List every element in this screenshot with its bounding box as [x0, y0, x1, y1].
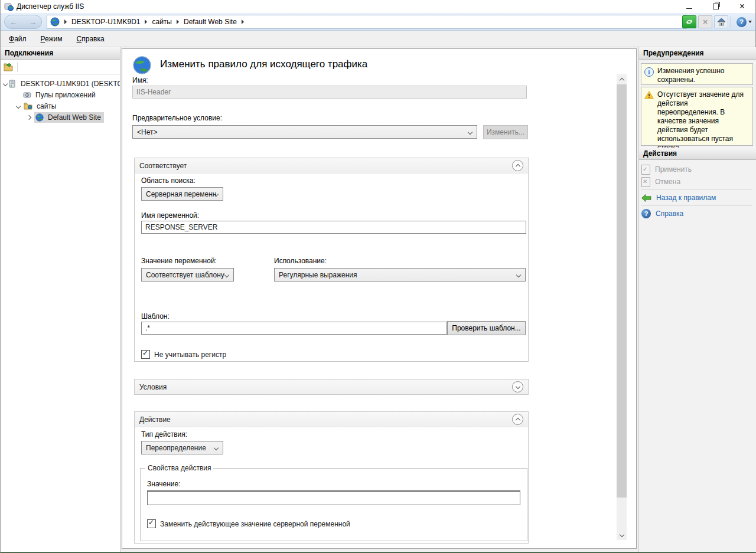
navigation-buttons: ← →: [4, 15, 42, 29]
apply-label: Применить: [655, 165, 692, 174]
forward-button[interactable]: →: [29, 18, 37, 26]
cancel-label: Отмена: [655, 178, 680, 186]
group-title: Свойства действия: [145, 464, 213, 472]
menu-help[interactable]: Справка: [71, 32, 110, 45]
connections-toolbar: [1, 60, 120, 75]
value-label: Значение:: [147, 480, 181, 488]
info-icon: i: [644, 67, 654, 77]
scrollbar-thumb[interactable]: [617, 84, 627, 498]
action-type-select[interactable]: Переопределение: [141, 441, 223, 454]
chevron-right-icon[interactable]: [25, 116, 33, 119]
chevron-down-icon: [516, 273, 521, 277]
tree-item-default-web-site[interactable]: Default Web Site: [1, 112, 120, 123]
menu-view[interactable]: Режим: [35, 32, 69, 45]
save-connection-icon[interactable]: [4, 63, 13, 71]
restore-icon: [713, 4, 719, 9]
home-button[interactable]: [714, 15, 728, 28]
close-button[interactable]: ×: [729, 0, 755, 13]
sites-folder-icon: [24, 102, 32, 110]
test-pattern-button[interactable]: Проверить шаблон...: [447, 321, 526, 335]
alert-text: Изменения успешно сохранены.: [657, 67, 750, 81]
expand-button[interactable]: [512, 381, 523, 392]
alerts-header: Предупреждения: [639, 47, 756, 60]
warning-icon: [644, 91, 654, 99]
tree-item-server[interactable]: DESKTOP-U1MK9D1 (DESKTOP: [1, 78, 120, 89]
using-select[interactable]: Регулярные выражения: [274, 268, 526, 282]
restore-button[interactable]: [702, 0, 729, 13]
replace-value-label: Заменить действующее значение серверной …: [160, 520, 350, 528]
window-controls: ×: [676, 0, 755, 13]
help-button[interactable]: ?: [735, 16, 753, 28]
tree-item-label: Default Web Site: [46, 113, 103, 122]
scroll-up-button[interactable]: [617, 74, 627, 84]
address-bar: ← → DESKTOP-U1MK9D1 сайты Default Web Si…: [1, 13, 755, 31]
refresh-button[interactable]: [682, 15, 696, 28]
edit-precondition-button[interactable]: Изменить...: [483, 125, 528, 139]
name-field: [132, 86, 527, 99]
chevron-up-icon: [515, 163, 520, 168]
iis-app-icon: [4, 2, 14, 11]
breadcrumb-item-sites[interactable]: сайты: [152, 18, 172, 26]
actions-separator: [641, 189, 752, 190]
conditions-section-header[interactable]: Условия: [135, 379, 528, 394]
scope-select[interactable]: Серверная переменн: [141, 187, 223, 201]
scroll-down-button[interactable]: [617, 530, 627, 540]
back-to-rules-label: Назад к правилам: [656, 194, 716, 202]
conditions-section: Условия: [134, 379, 529, 395]
main-content: Изменить правило для исходящего трафика …: [122, 48, 637, 549]
using-label: Использование:: [274, 257, 327, 265]
vertical-scrollbar[interactable]: [617, 74, 627, 540]
breadcrumb-separator-icon: [64, 19, 67, 24]
variable-name-input[interactable]: [141, 221, 526, 234]
pattern-input[interactable]: [141, 322, 447, 335]
chevron-down-icon[interactable]: [14, 104, 22, 108]
ignore-case-label: Не учитывать регистр: [154, 351, 226, 359]
value-input[interactable]: [147, 490, 520, 505]
apply-icon: [641, 165, 650, 175]
stop-icon: ✕: [702, 18, 708, 26]
tree-item-app-pools[interactable]: Пулы приложений: [1, 89, 120, 100]
breadcrumb-separator-icon: [177, 19, 179, 24]
iis-manager-window: Диспетчер служб IIS × ← → DESKTOP-U1MK9D…: [0, 0, 756, 553]
home-icon: [717, 18, 726, 26]
help-action[interactable]: ? Справка: [641, 208, 683, 219]
alert-text: Отсутствует значение для действия переоп…: [657, 90, 750, 142]
ignore-case-row: Не учитывать регистр: [141, 350, 226, 359]
help-icon: ?: [641, 209, 651, 218]
back-to-rules-action[interactable]: Назад к правилам: [641, 192, 716, 203]
tree-item-label: DESKTOP-U1MK9D1 (DESKTOP: [19, 79, 120, 89]
collapse-button[interactable]: [512, 160, 523, 171]
refresh-icon: [685, 18, 693, 26]
name-label: Имя:: [132, 76, 148, 84]
menu-file[interactable]: Файл: [3, 32, 32, 45]
match-section-header[interactable]: Соответствует: [135, 158, 528, 174]
chevron-down-icon[interactable]: [4, 82, 7, 86]
precondition-select[interactable]: <Нет>: [132, 125, 477, 139]
tree-item-sites[interactable]: сайты: [1, 100, 120, 112]
action-type-label: Тип действия:: [141, 430, 187, 439]
replace-value-checkbox[interactable]: [147, 519, 156, 528]
cancel-icon: [641, 177, 650, 187]
connections-panel: Подключения DESKTOP-U1MK9D1 (DESKTOP Пул…: [1, 47, 120, 552]
toolbar-separator: [17, 63, 18, 72]
chevron-down-icon: [619, 532, 624, 536]
pattern-label: Шаблон:: [141, 312, 170, 320]
scope-label: Область поиска:: [141, 176, 195, 185]
toolbar-separator: [731, 17, 731, 27]
back-button[interactable]: ←: [9, 18, 17, 26]
collapse-button[interactable]: [512, 414, 523, 425]
breadcrumb-item-site[interactable]: Default Web Site: [184, 18, 237, 26]
tree-item-label: сайты: [35, 102, 58, 111]
chevron-up-icon: [619, 78, 624, 83]
breadcrumb-separator-icon: [145, 19, 147, 24]
chevron-down-icon: [214, 446, 219, 450]
alert-warning: Отсутствует значение для действия переоп…: [641, 87, 753, 146]
chevron-down-icon: [468, 130, 472, 135]
variable-value-select[interactable]: Соответствует шаблону: [141, 268, 234, 282]
action-section-header[interactable]: Действие: [135, 412, 528, 427]
breadcrumb-item-server[interactable]: DESKTOP-U1MK9D1: [71, 18, 140, 26]
minimize-button[interactable]: [676, 0, 702, 13]
ignore-case-checkbox[interactable]: [141, 350, 150, 359]
stop-button[interactable]: ✕: [698, 15, 712, 28]
variable-name-label: Имя переменной:: [141, 211, 199, 220]
